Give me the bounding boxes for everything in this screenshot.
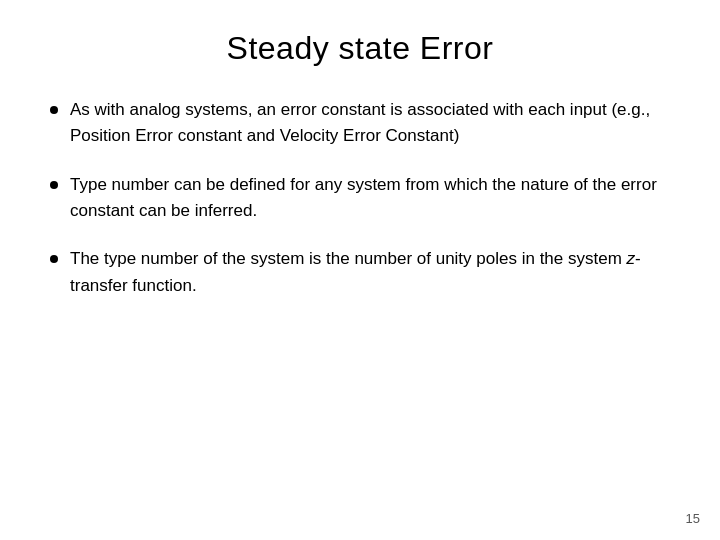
bullet-list: As with analog systems, an error constan…: [50, 97, 670, 510]
bullet-dot-3: [50, 255, 58, 263]
bullet-dot-2: [50, 181, 58, 189]
bullet-text-3: The type number of the system is the num…: [70, 246, 670, 299]
bullet-dot-1: [50, 106, 58, 114]
bullet-text-1: As with analog systems, an error constan…: [70, 97, 670, 150]
bullet-text-3-italic: z: [627, 249, 636, 268]
slide-container: Steady state Error As with analog system…: [0, 0, 720, 540]
list-item: Type number can be defined for any syste…: [50, 172, 670, 225]
bullet-text-2: Type number can be defined for any syste…: [70, 172, 670, 225]
list-item: The type number of the system is the num…: [50, 246, 670, 299]
page-number: 15: [686, 511, 700, 526]
list-item: As with analog systems, an error constan…: [50, 97, 670, 150]
bullet-text-3-before: The type number of the system is the num…: [70, 249, 627, 268]
slide-title: Steady state Error: [50, 30, 670, 67]
